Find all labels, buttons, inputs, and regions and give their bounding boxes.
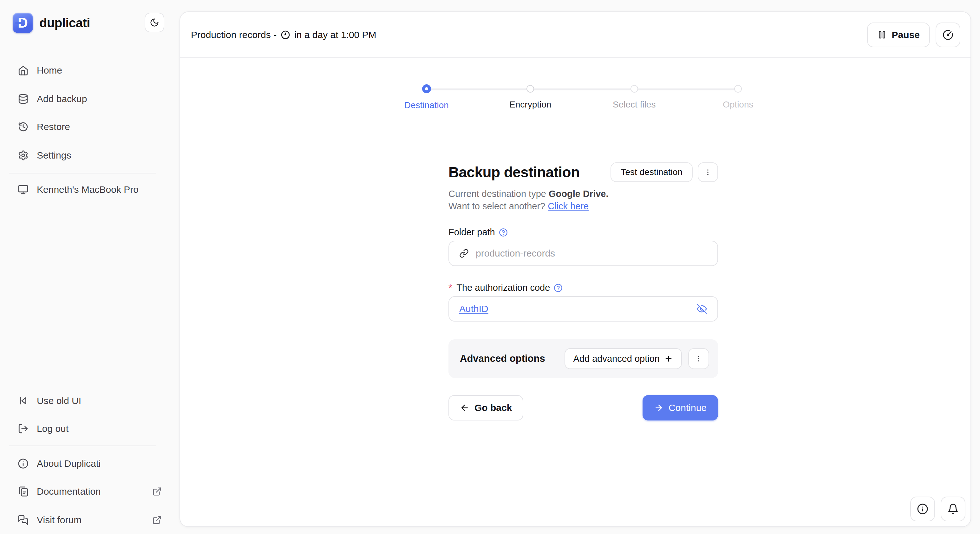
job-title: Production records - in a day at 1:00 PM [191,30,377,40]
page-title: Backup destination [449,162,580,182]
job-name-label: Production records - [191,30,277,40]
wizard-stepper: Destination Encryption Select files Opti… [375,85,790,110]
arrow-left-icon [460,403,469,413]
old-ui-icon [18,396,29,406]
pause-button[interactable]: Pause [867,22,930,47]
sidebar-item-label: About Duplicati [37,458,101,469]
advanced-options-title: Advanced options [460,353,545,364]
step-label[interactable]: Options [723,100,754,110]
authid-link[interactable]: AuthID [459,304,488,314]
eye-off-icon [697,304,707,314]
advanced-options-menu-button[interactable] [688,348,709,369]
database-icon [18,94,29,104]
help-icon[interactable] [554,283,563,292]
step-label[interactable]: Encryption [509,100,551,110]
auth-code-field[interactable]: AuthID [449,296,718,321]
step-dot[interactable] [734,85,742,92]
destination-form: Backup destination Test destination Curr… [449,162,718,421]
sidebar-item-label: Use old UI [37,396,81,406]
forum-icon [18,515,29,525]
step-destination[interactable]: Destination [375,85,479,110]
moon-icon [150,18,159,27]
folder-path-label: Folder path [449,227,495,237]
bell-icon [947,503,959,515]
step-encryption[interactable]: Encryption [479,85,582,110]
folder-path-input[interactable] [476,248,707,259]
job-header: Production records - in a day at 1:00 PM… [180,12,970,58]
sidebar-item-label: Settings [37,150,71,161]
sidebar-item-label: Visit forum [37,515,81,525]
sidebar-item-home[interactable]: Home [18,61,162,80]
continue-button[interactable]: Continue [643,395,718,421]
arrow-right-icon [654,403,663,413]
sidebar-item-label: Documentation [37,486,101,497]
sidebar: D duplicati Home Add backup Restore Sett… [0,0,180,534]
sidebar-item-machine[interactable]: Kenneth's MacBook Pro [18,180,162,199]
machine-name-label: Kenneth's MacBook Pro [37,184,138,195]
description-question: Want to select another? [449,201,548,211]
main-panel: Production records - in a day at 1:00 PM… [180,11,971,527]
change-destination-link[interactable]: Click here [548,201,589,211]
step-dot-active[interactable] [422,84,431,93]
step-dot[interactable] [527,85,534,92]
restore-history-icon [18,121,29,132]
destination-type-label: Google Drive. [549,189,609,199]
sidebar-item-log-out[interactable]: Log out [18,419,162,438]
pause-icon [877,30,887,40]
folder-path-label-row: Folder path [449,227,718,237]
sidebar-item-label: Log out [37,423,68,434]
help-icon[interactable] [499,228,508,237]
monitor-icon [18,184,29,195]
step-label[interactable]: Select files [613,100,655,110]
corner-actions [910,497,966,521]
kebab-menu-icon [703,168,712,176]
description-prefix: Current destination type [449,189,549,199]
home-icon [18,65,29,76]
required-marker: * [449,283,452,293]
kebab-menu-icon [694,354,703,363]
system-info-button[interactable] [910,497,935,521]
destination-menu-button[interactable] [698,162,718,182]
toggle-visibility-button[interactable] [697,304,707,314]
logout-icon [18,423,29,434]
auth-code-label: The authorization code [457,283,550,293]
add-advanced-option-button[interactable]: Add advanced option [565,348,682,369]
sidebar-item-label: Restore [37,121,70,132]
sidebar-item-documentation[interactable]: Documentation [18,482,162,501]
sidebar-item-restore[interactable]: Restore [18,117,162,137]
title-row: Backup destination Test destination [449,162,718,182]
link-icon [459,249,469,258]
step-dot[interactable] [630,85,638,92]
step-options[interactable]: Options [686,85,790,110]
go-back-button[interactable]: Go back [449,395,523,421]
clock-icon [280,30,291,40]
pause-button-label: Pause [892,30,920,40]
advanced-options-section: Advanced options Add advanced option [449,339,718,378]
sidebar-item-label: Add backup [37,94,87,104]
throttle-button[interactable] [935,22,960,47]
folder-path-field [449,241,718,266]
sidebar-item-visit-forum[interactable]: Visit forum [18,510,162,529]
step-label[interactable]: Destination [404,100,449,110]
notifications-button[interactable] [941,497,966,521]
test-destination-button[interactable]: Test destination [611,162,693,182]
sidebar-item-add-backup[interactable]: Add backup [18,89,162,108]
continue-label: Continue [668,402,706,413]
document-icon [18,486,29,497]
sidebar-divider [9,173,156,173]
info-icon [917,503,928,515]
gauge-icon [943,30,953,40]
step-select-files[interactable]: Select files [582,85,686,110]
destination-description: Current destination type Google Drive. W… [449,188,718,213]
auth-code-label-row: * The authorization code [449,283,718,293]
add-advanced-option-label: Add advanced option [573,354,660,364]
dark-mode-toggle-button[interactable] [145,13,164,32]
info-icon [18,458,29,469]
job-schedule-label: in a day at 1:00 PM [294,30,377,40]
sidebar-item-settings[interactable]: Settings [18,146,162,165]
sidebar-item-about[interactable]: About Duplicati [18,454,162,473]
header-actions: Pause [867,22,960,47]
sidebar-item-use-old-ui[interactable]: Use old UI [18,391,162,410]
gear-icon [18,150,29,161]
external-link-icon [152,487,162,496]
